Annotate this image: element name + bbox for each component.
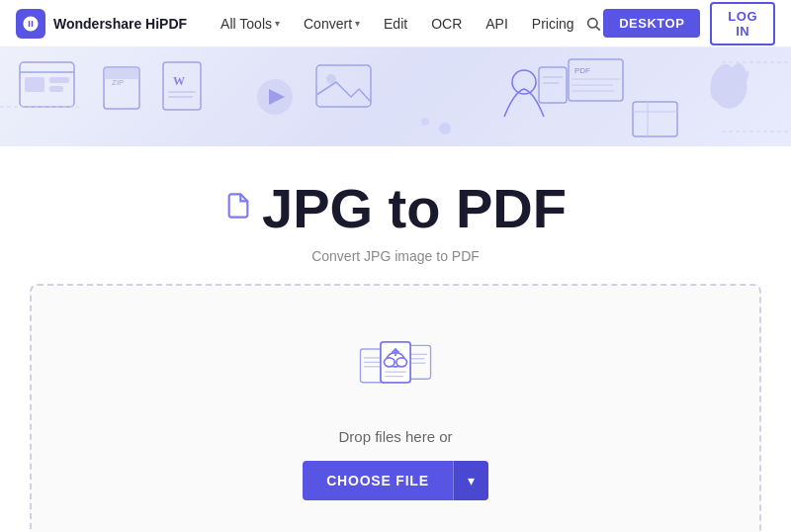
- file-icon: [224, 192, 252, 225]
- choose-file-btn-area: CHOOSE FILE ▾: [303, 461, 488, 500]
- nav-item-pricing[interactable]: Pricing: [522, 10, 584, 38]
- page-subtitle: Convert JPG image to PDF: [311, 248, 480, 264]
- navbar: Wondershare HiPDF All Tools ▾ Convert ▾ …: [0, 0, 791, 47]
- svg-line-1: [596, 27, 600, 31]
- svg-text:PDF: PDF: [574, 66, 590, 75]
- main-content: JPG to PDF Convert JPG image to PDF: [0, 146, 791, 532]
- nav-item-edit[interactable]: Edit: [374, 10, 417, 38]
- convert-arrow-icon: ▾: [355, 18, 360, 29]
- svg-point-33: [439, 123, 451, 134]
- svg-rect-16: [316, 65, 371, 107]
- nav-item-convert[interactable]: Convert ▾: [294, 10, 370, 38]
- svg-point-18: [512, 70, 536, 94]
- nav-item-all-tools[interactable]: All Tools ▾: [211, 10, 290, 38]
- search-button[interactable]: [584, 8, 604, 40]
- hero-banner: ZIP W PDF: [0, 47, 791, 146]
- drop-text: Drop files here or: [338, 428, 452, 445]
- svg-rect-9: [104, 67, 139, 79]
- all-tools-arrow-icon: ▾: [275, 18, 280, 29]
- document-icon: [224, 192, 252, 220]
- svg-rect-6: [49, 86, 63, 92]
- svg-rect-5: [49, 77, 69, 83]
- svg-point-46: [396, 358, 407, 367]
- svg-rect-19: [539, 67, 567, 103]
- page-title-area: JPG to PDF: [224, 176, 567, 240]
- upload-illustration-svg: [356, 325, 435, 404]
- svg-rect-30: [633, 102, 677, 136]
- page-title: JPG to PDF: [262, 176, 567, 240]
- choose-file-dropdown-arrow-icon: ▾: [468, 473, 475, 488]
- wondershare-logo-svg: [22, 15, 40, 33]
- choose-file-button[interactable]: CHOOSE FILE: [303, 461, 453, 500]
- banner-decoration-svg: ZIP W PDF: [0, 47, 791, 146]
- upload-icon-area: [356, 325, 435, 408]
- svg-point-34: [421, 118, 429, 126]
- nav-items: All Tools ▾ Convert ▾ Edit OCR API Prici…: [211, 10, 584, 38]
- svg-point-0: [588, 18, 597, 27]
- svg-point-45: [384, 358, 395, 367]
- nav-item-ocr[interactable]: OCR: [421, 10, 472, 38]
- desktop-button[interactable]: DESKTOP: [603, 9, 700, 38]
- login-button[interactable]: LOG IN: [710, 2, 775, 45]
- drop-zone[interactable]: Drop files here or CHOOSE FILE ▾: [30, 284, 761, 532]
- svg-rect-4: [25, 77, 44, 92]
- search-icon: [585, 16, 601, 32]
- logo-area[interactable]: Wondershare HiPDF: [16, 9, 187, 39]
- nav-item-api[interactable]: API: [476, 10, 518, 38]
- svg-text:W: W: [173, 74, 185, 88]
- logo-icon: [16, 9, 45, 39]
- svg-text:ZIP: ZIP: [112, 78, 124, 87]
- choose-file-dropdown-button[interactable]: ▾: [453, 461, 488, 500]
- logo-text: Wondershare HiPDF: [53, 16, 187, 32]
